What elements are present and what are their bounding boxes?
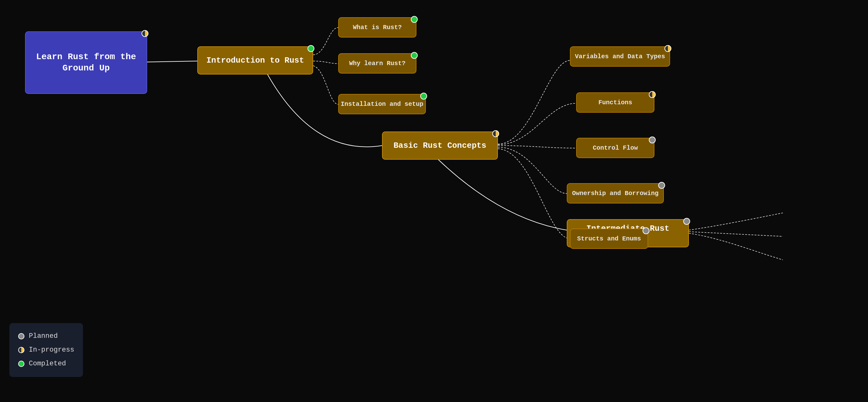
node-structs-label: Structs and Enums [577, 235, 641, 242]
node-why-learn-label: Why learn Rust? [349, 60, 405, 67]
node-functions[interactable]: Functions [576, 92, 654, 113]
svg-line-0 [147, 61, 197, 62]
legend: Planned In-progress Completed [9, 323, 83, 377]
node-functions-label: Functions [598, 99, 632, 106]
node-control-flow-label: Control Flow [593, 144, 638, 152]
node-why-learn-status [411, 52, 418, 59]
node-basic[interactable]: Basic Rust Concepts [382, 131, 498, 160]
legend-dot-completed [18, 361, 24, 367]
legend-planned: Planned [18, 329, 74, 343]
node-variables-label: Variables and Data Types [575, 53, 665, 60]
node-structs[interactable]: Structs and Enums [570, 228, 648, 249]
node-basic-status [492, 130, 499, 137]
node-intro-label: Introduction to Rust [206, 56, 304, 65]
node-control-flow[interactable]: Control Flow [576, 138, 654, 158]
legend-completed-label: Completed [29, 357, 66, 371]
node-ownership-label: Ownership and Borrowing [572, 190, 658, 197]
node-basic-label: Basic Rust Concepts [394, 141, 486, 150]
node-why-learn[interactable]: Why learn Rust? [338, 53, 416, 73]
node-installation-status [420, 93, 427, 99]
mindmap-canvas: Learn Rust from the Ground Up Introducti… [0, 0, 868, 402]
legend-inprogress: In-progress [18, 343, 74, 357]
node-intermediate-status [683, 218, 690, 225]
node-installation-label: Installation and setup [341, 100, 423, 108]
node-structs-status [643, 227, 649, 234]
node-root[interactable]: Learn Rust from the Ground Up [25, 31, 147, 94]
node-ownership-status [658, 182, 665, 189]
node-installation[interactable]: Installation and setup [338, 94, 426, 114]
node-what-is-rust-label: What is Rust? [353, 24, 402, 31]
node-ownership[interactable]: Ownership and Borrowing [567, 183, 664, 204]
node-intro-status [308, 45, 314, 52]
node-what-is-rust[interactable]: What is Rust? [338, 17, 416, 37]
node-variables-status [664, 45, 671, 52]
node-variables[interactable]: Variables and Data Types [570, 47, 670, 67]
legend-inprogress-label: In-progress [29, 343, 74, 357]
node-root-status [142, 30, 148, 37]
node-root-label: Learn Rust from the Ground Up [26, 51, 147, 74]
node-functions-status [649, 91, 656, 98]
node-control-flow-status [649, 136, 656, 144]
node-what-is-rust-status [411, 16, 418, 23]
legend-dot-inprogress [18, 347, 24, 353]
legend-dot-planned [18, 333, 24, 339]
node-intro[interactable]: Introduction to Rust [197, 47, 313, 74]
legend-planned-label: Planned [29, 329, 58, 343]
legend-completed: Completed [18, 357, 74, 371]
